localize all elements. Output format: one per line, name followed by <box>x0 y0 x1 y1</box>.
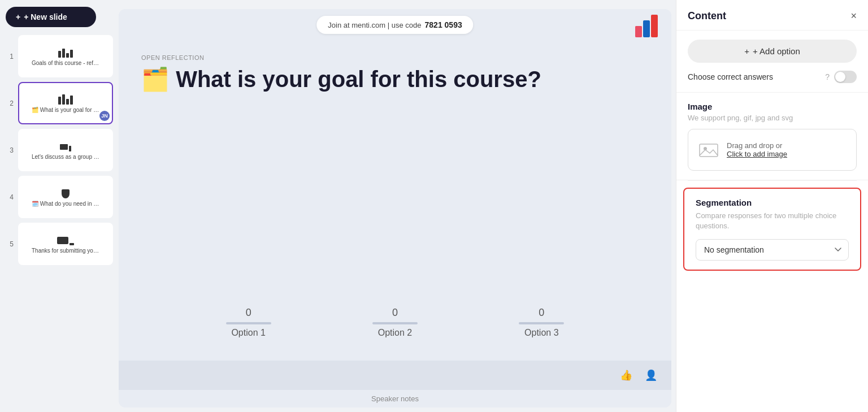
drag-drop-label: Drag and drop or <box>727 141 787 150</box>
image-section: Image We support png, gif, jpg and svg D… <box>676 93 868 180</box>
correct-answers-toggle[interactable] <box>834 71 857 83</box>
plus-icon: + <box>16 12 20 21</box>
slide-thumbnail[interactable]: Thanks for submitting your ... <box>18 223 113 265</box>
chart-bar <box>519 322 564 324</box>
chart-column: 0 Option 1 <box>226 307 271 338</box>
speaker-notes-label: Speaker notes <box>371 394 419 403</box>
segmentation-title: Segmentation <box>696 198 849 207</box>
new-slide-label: + New slide <box>24 12 67 21</box>
image-section-title: Image <box>688 102 857 111</box>
slide-thumb-label: Let's discuss as a group wh... <box>32 154 99 160</box>
image-drop-zone[interactable]: Drag and drop or Click to add image <box>688 129 857 171</box>
add-option-section: + + Add option Choose correct answers ? <box>676 31 868 93</box>
chart-count: 0 <box>539 307 544 319</box>
question-text: What is your goal for this course? <box>176 67 541 92</box>
list-item: 1 Goals of this course - reflec... <box>6 35 113 77</box>
list-item: 5 Thanks for submitting your ... <box>6 223 113 265</box>
svg-rect-4 <box>700 144 718 157</box>
chart-column: 0 Option 2 <box>372 307 418 338</box>
chart-bar <box>372 322 418 324</box>
slide-question: 🗂️ What is your goal for this course? <box>141 66 649 93</box>
right-panel: Content × + + Add option Choose correct … <box>676 0 868 412</box>
add-option-button[interactable]: + + Add option <box>688 40 857 63</box>
slide-list: 1 Goals of this course - reflec... 2 <box>6 35 113 265</box>
canvas-footer: 👍 👤 <box>119 361 671 390</box>
slide-number: 1 <box>6 53 14 60</box>
divider <box>688 180 857 181</box>
correct-answers-label: Choose correct answers <box>688 72 821 81</box>
chart-count: 0 <box>246 307 251 319</box>
monitor-icon <box>57 234 74 245</box>
main-canvas: Join at menti.com | use code 7821 0593 O… <box>119 9 671 407</box>
chart-bar <box>226 322 271 324</box>
correct-answers-row: Choose correct answers ? <box>688 71 857 83</box>
slide-thumbnail[interactable]: 🗓️ What do you need in or... <box>18 176 113 218</box>
chart-label: Option 1 <box>231 328 265 338</box>
slide-number: 5 <box>6 240 14 248</box>
chart-column: 0 Option 3 <box>519 307 564 338</box>
svg-rect-2 <box>651 15 658 37</box>
slide-number: 2 <box>6 99 14 107</box>
plus-icon: + <box>744 46 749 56</box>
avatar: JN <box>99 111 110 121</box>
chart-count: 0 <box>392 307 398 319</box>
join-code-bar: Join at menti.com | use code 7821 0593 <box>316 16 473 34</box>
slide-number: 3 <box>6 146 14 154</box>
thumbs-up-icon: 👍 <box>620 369 632 381</box>
chart-icon <box>58 93 73 105</box>
chart-area: 0 Option 1 0 Option 2 0 Option 3 <box>141 110 649 349</box>
menti-logo <box>635 15 662 40</box>
question-emoji: 🗂️ <box>141 67 170 92</box>
list-item: 3 Let's discuss as a group wh... <box>6 129 113 171</box>
slide-number: 4 <box>6 193 14 201</box>
slide-thumb-label: 🗓️ What do you need in or... <box>32 201 99 207</box>
sidebar: + + New slide 1 Goals of this course - r… <box>0 0 119 412</box>
slide-type-label: OPEN REFLECTION <box>141 54 649 61</box>
segmentation-desc: Compare responses for two multiple choic… <box>696 211 849 231</box>
slide-thumb-label: Thanks for submitting your ... <box>32 248 99 254</box>
close-button[interactable]: × <box>850 10 857 22</box>
slide-thumbnail[interactable]: Let's discuss as a group wh... <box>18 129 113 171</box>
segmentation-section: Segmentation Compare responses for two m… <box>683 188 861 271</box>
slide-thumbnail-active[interactable]: 🗂️ What is your goal for t... JN <box>18 82 113 124</box>
click-to-add-link[interactable]: Click to add image <box>727 150 787 158</box>
person-button[interactable]: 👤 <box>642 366 660 384</box>
add-option-label: + Add option <box>753 46 800 56</box>
canvas-body: OPEN REFLECTION 🗂️ What is your goal for… <box>119 43 671 361</box>
chart-label: Option 3 <box>524 328 558 338</box>
list-item: 2 🗂️ What is your goal for t... JN <box>6 82 113 124</box>
thumbs-up-button[interactable]: 👍 <box>617 366 635 384</box>
slide-thumb-label: 🗂️ What is your goal for t... <box>32 107 99 113</box>
person-icon: 👤 <box>645 369 657 381</box>
speaker-notes-bar[interactable]: Speaker notes <box>119 390 671 407</box>
help-icon: ? <box>825 72 830 81</box>
image-drop-text: Drag and drop or Click to add image <box>727 141 787 158</box>
new-slide-button[interactable]: + + New slide <box>6 7 96 27</box>
slide-thumbnail[interactable]: Goals of this course - reflec... <box>18 35 113 77</box>
panel-title: Content <box>688 10 726 22</box>
flag-icon <box>60 140 71 151</box>
svg-rect-3 <box>635 26 642 37</box>
image-icon <box>698 140 719 160</box>
chart-label: Option 2 <box>378 328 412 338</box>
join-code: 7821 0593 <box>425 20 462 29</box>
segmentation-select[interactable]: No segmentation Option 1 Option 2 Option… <box>696 239 849 261</box>
list-item: 4 🗓️ What do you need in or... <box>6 176 113 218</box>
image-section-desc: We support png, gif, jpg and svg <box>688 114 857 122</box>
chart-icon <box>58 46 73 58</box>
shield-icon <box>62 187 70 198</box>
join-prefix: Join at menti.com | use code <box>328 21 421 29</box>
svg-rect-1 <box>643 20 650 37</box>
slide-thumb-label: Goals of this course - reflec... <box>32 60 99 66</box>
panel-header: Content × <box>676 0 868 31</box>
